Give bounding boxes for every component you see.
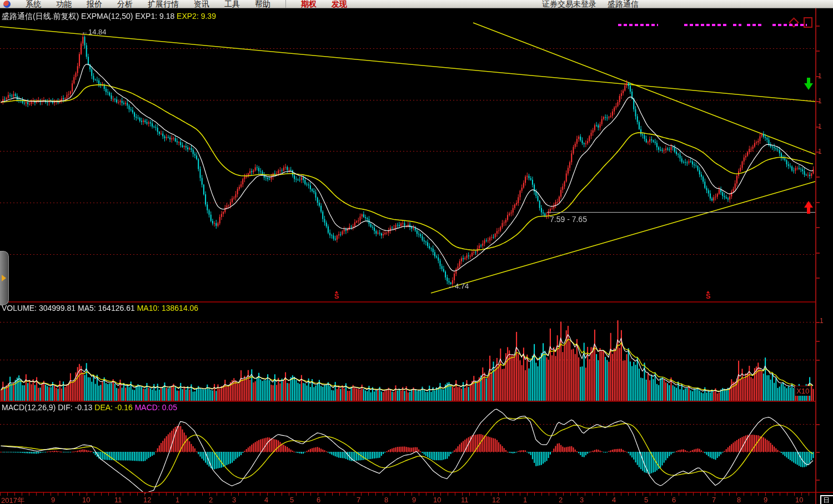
time-axis-label: 10	[82, 496, 90, 504]
menu-bar: 系统功能报价分析扩展行情资讯工具帮助期权发现 证券交易未登录 盛路通信	[0, 0, 833, 8]
sell-signal-arrow	[803, 78, 814, 90]
range-annotation: 7.59 - 7.65	[550, 215, 587, 224]
time-axis-label: 10	[433, 496, 441, 504]
price-axis-label: 1	[818, 97, 822, 105]
period-selector-button[interactable]: 日	[820, 495, 833, 504]
menu-item-0[interactable]: 系统	[26, 0, 41, 8]
main-pane-title: 盛路通信(日线.前复权) EXPMA(12,50) EXP1: 9.18 EXP…	[2, 12, 216, 21]
price-axis-label: 1	[818, 148, 822, 155]
sidebar-expand-handle[interactable]	[0, 251, 9, 305]
menu-item-hot-0[interactable]: 期权	[301, 0, 317, 8]
time-axis-label: 9	[51, 496, 55, 504]
drawing-annotation-dashes	[772, 24, 807, 26]
time-axis-label: 6	[672, 496, 676, 504]
volume-pane-title: VOLUME: 304999.81 MA5: 164126.61 MA10: 1…	[2, 304, 198, 313]
menu-item-7[interactable]: 帮助	[255, 0, 270, 8]
menu-item-1[interactable]: 功能	[56, 0, 72, 8]
volume-unit-label: X10	[795, 386, 810, 396]
signal-marker: S	[334, 291, 339, 299]
price-axis-label: 1	[818, 72, 822, 80]
time-axis-label: 5	[290, 496, 294, 504]
low-price-annotation: ←4.74	[448, 282, 469, 290]
menu-item-3[interactable]: 分析	[117, 0, 133, 8]
time-axis-label: 9	[412, 496, 416, 504]
time-axis-label: 3	[580, 496, 584, 504]
time-axis-label: 1	[175, 496, 179, 504]
time-axis-ticks	[0, 492, 815, 496]
drawing-annotation-dashes	[733, 24, 741, 26]
price-axis-label: 1	[820, 317, 824, 325]
menu-item-4[interactable]: 扩展行情	[148, 0, 179, 8]
time-axis-label: 1	[523, 496, 527, 504]
time-axis-label: 6	[317, 496, 320, 504]
volume-ma5-value: MA5: 164126.61	[78, 304, 135, 313]
high-price-annotation: ←14.84	[81, 28, 107, 36]
time-axis-label: 9	[764, 496, 767, 504]
menu-divider	[285, 0, 286, 8]
arrow-down-icon	[803, 78, 814, 90]
time-axis-label: 11	[461, 496, 469, 504]
drawing-annotation-dashes	[618, 24, 658, 26]
indicator-name: EXPMA(12,50)	[81, 12, 133, 21]
left-arrow-icon: ←	[448, 282, 455, 290]
exp1-value: EXP1: 9.18	[135, 12, 174, 21]
time-axis-label: 2017年	[1, 496, 24, 504]
drawing-annotation-dashes	[747, 24, 761, 26]
macd-pane-title: MACD(12,26,9) DIF: -0.13 DEA: -0.16 MACD…	[2, 403, 177, 412]
time-axis-label: 12	[492, 496, 500, 504]
drawing-annotation-dashes	[684, 24, 729, 26]
macd-value: MACD: 0.05	[135, 403, 177, 412]
current-stock-name: 盛路通信	[608, 0, 639, 8]
dif-value: DIF: -0.13	[58, 403, 92, 412]
macd-name: MACD(12,26,9)	[2, 403, 56, 412]
volume-value: VOLUME: 304999.81	[2, 304, 76, 313]
time-axis-label: 10	[795, 496, 803, 504]
time-axis-label: 7	[712, 496, 716, 504]
time-axis-label: 8	[384, 496, 388, 504]
menu-item-5[interactable]: 资讯	[194, 0, 209, 8]
time-axis-label: 2	[209, 496, 213, 504]
time-axis-label: 2	[559, 496, 563, 504]
menu-item-hot-1[interactable]: 发现	[332, 0, 347, 8]
volume-ma10-value: MA10: 138614.06	[137, 304, 199, 313]
time-axis-label: 4	[612, 496, 616, 504]
time-axis-label: 4	[264, 496, 268, 504]
dea-value: DEA: -0.16	[94, 403, 132, 412]
time-axis-label: 11	[114, 496, 122, 504]
price-axis-label: 1	[818, 123, 822, 130]
menu-item-6[interactable]: 工具	[224, 0, 240, 8]
left-arrow-icon: ←	[81, 28, 88, 36]
window-tool-icon[interactable]	[804, 17, 812, 28]
exp2-value: EXP2: 9.39	[177, 12, 216, 21]
arrow-up-icon	[803, 201, 814, 214]
stock-title: 盛路通信(日线.前复权)	[2, 12, 79, 21]
app-logo-icon	[3, 1, 11, 8]
time-axis-label: 5	[644, 496, 648, 504]
chart-canvas[interactable]	[0, 0, 833, 504]
signal-marker: S	[706, 291, 711, 299]
time-axis-label: 3	[232, 496, 236, 504]
trade-login-status[interactable]: 证券交易未登录	[542, 0, 596, 8]
trading-app-window: 系统功能报价分析扩展行情资讯工具帮助期权发现 证券交易未登录 盛路通信 盛路通信…	[0, 0, 833, 504]
buy-signal-arrow	[803, 201, 814, 214]
menu-item-2[interactable]: 报价	[87, 0, 102, 8]
time-axis-label: 7	[357, 496, 360, 504]
time-axis-label: 12	[143, 496, 151, 504]
triangle-right-icon	[2, 275, 6, 281]
time-axis-label: 8	[737, 496, 741, 504]
